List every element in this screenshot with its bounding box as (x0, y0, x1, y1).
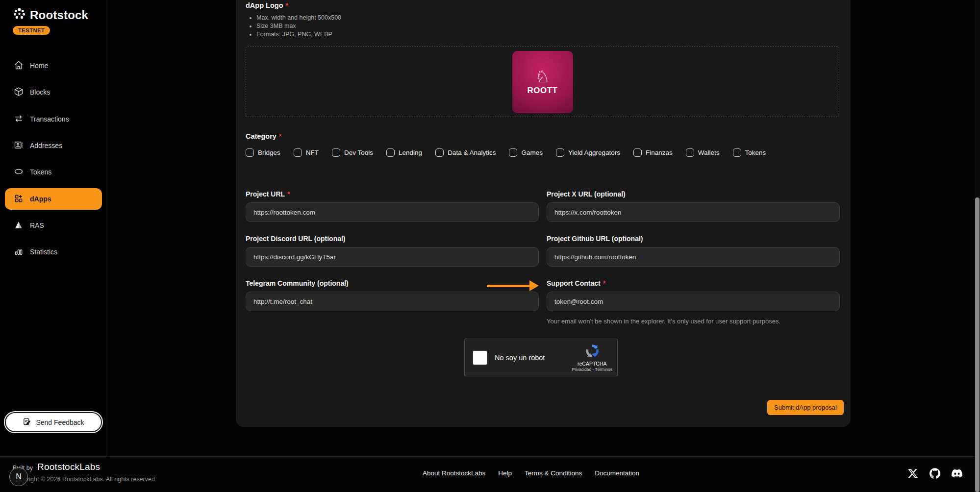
checkbox-icon (686, 148, 694, 157)
logo-requirement: Max. width and height 500x500 (256, 14, 840, 22)
support-contact-note: Your email won't be shown in the explore… (547, 318, 840, 325)
submit-dapp-proposal-button[interactable]: Submit dApp proposal (767, 400, 844, 415)
checkbox-icon (294, 148, 302, 157)
captcha-label: No soy un robot (495, 354, 545, 362)
dapps-grid-plus-icon (14, 194, 24, 205)
rootstock-logo-icon (13, 7, 26, 23)
url-fields-grid: Project URL* Project X URL (optional) Pr… (246, 190, 840, 325)
logo-requirements: Max. width and height 500x500 Size 3MB m… (256, 14, 840, 39)
checkbox-icon (435, 148, 444, 157)
brand-name: Rootstock (30, 8, 88, 22)
category-checkbox-yield-aggregators[interactable]: Yield Aggregators (556, 148, 620, 157)
bar-chart-icon (14, 246, 24, 258)
category-checkbox-dev-tools[interactable]: Dev Tools (332, 148, 373, 157)
coin-icon (14, 167, 24, 178)
dapp-logo-label: dApp Logo* (246, 1, 840, 9)
github-icon[interactable] (929, 467, 941, 479)
testnet-badge: TESTNET (13, 26, 50, 35)
sidebar-item-dapps[interactable]: dApps (5, 188, 102, 210)
mountain-icon (14, 220, 24, 231)
annotation-arrow-icon (487, 280, 539, 291)
field-project-github-url: Project Github URL (optional) (547, 235, 840, 267)
x-twitter-icon[interactable] (907, 467, 919, 479)
category-label: Category* (246, 132, 840, 140)
project-url-input[interactable] (246, 202, 539, 222)
discord-icon[interactable] (951, 467, 963, 479)
checkbox-icon (246, 148, 254, 157)
sidebar-item-statistics[interactable]: Statistics (5, 241, 102, 263)
logo-requirement: Formats: JPG, PNG, WEBP (256, 30, 840, 39)
field-project-discord-url: Project Discord URL (optional) (246, 235, 539, 267)
dapp-proposal-form-panel: dApp Logo* Max. width and height 500x500… (236, 0, 851, 427)
main-region: Rootstock TESTNET Home Blocks Transactio… (0, 0, 980, 456)
sidebar: Rootstock TESTNET Home Blocks Transactio… (0, 0, 106, 456)
category-checkbox-nft[interactable]: NFT (294, 148, 319, 157)
send-feedback-button[interactable]: Send Feedback (5, 412, 102, 432)
category-checkbox-wallets[interactable]: Wallets (686, 148, 720, 157)
checkbox-icon (733, 148, 741, 157)
recaptcha-brand: reCAPTCHA Privacidad - Términos (572, 344, 612, 372)
checkbox-icon (633, 148, 642, 157)
category-checkbox-data-analytics[interactable]: Data & Analytics (435, 148, 496, 157)
logo-requirement: Size 3MB max (256, 22, 840, 30)
telegram-community-input[interactable] (246, 292, 539, 311)
footer-link-terms[interactable]: Terms & Conditions (525, 469, 582, 477)
category-checkbox-finanzas[interactable]: Finanzas (633, 148, 673, 157)
brand[interactable]: Rootstock TESTNET (13, 7, 88, 35)
project-github-url-input[interactable] (547, 247, 840, 267)
support-contact-input[interactable] (547, 292, 840, 311)
category-checkbox-lending[interactable]: Lending (386, 148, 422, 157)
footer-links: About RootstockLabs Help Terms & Conditi… (423, 469, 639, 477)
recaptcha-widget: No soy un robot reCAPTCHA Privacidad - T… (464, 339, 618, 376)
category-checkbox-bridges[interactable]: Bridges (246, 148, 280, 157)
cursor-avatar-badge: N (9, 467, 28, 486)
dapp-logo-preview-text: ROOTT (528, 86, 558, 96)
recaptcha-logo-icon (585, 344, 600, 360)
scrollbar-thumb[interactable] (975, 197, 980, 492)
footer-brand[interactable]: RootstockLabs (37, 462, 100, 472)
sidebar-item-ras[interactable]: RAS (5, 215, 102, 236)
footer: Built by RootstockLabs Copyright © 2026 … (0, 456, 980, 492)
footer-link-documentation[interactable]: Documentation (595, 469, 639, 477)
logo-upload-dropzone[interactable]: ♘ ROOTT (246, 47, 839, 117)
checkbox-icon (332, 148, 340, 157)
home-icon (14, 60, 24, 72)
field-support-contact: Support Contact* Your email won't be sho… (547, 279, 840, 325)
sidebar-item-tokens[interactable]: Tokens (5, 161, 102, 183)
project-discord-url-input[interactable] (246, 247, 539, 267)
category-checkbox-games[interactable]: Games (509, 148, 543, 157)
checkbox-icon (386, 148, 395, 157)
feedback-note-icon (23, 418, 31, 427)
cube-icon (14, 87, 24, 98)
sidebar-item-addresses[interactable]: Addresses (5, 135, 102, 156)
knight-icon: ♘ (535, 68, 550, 85)
footer-link-help[interactable]: Help (498, 469, 512, 477)
page-scrollbar (975, 0, 980, 492)
captcha-privacy-terms-links[interactable]: Privacidad - Términos (572, 367, 612, 372)
transfer-arrows-icon (14, 114, 24, 125)
contact-card-icon (14, 140, 24, 151)
footer-link-about[interactable]: About RootstockLabs (423, 469, 485, 477)
project-x-url-input[interactable] (547, 202, 840, 222)
copyright-text: Copyright © 2026 RootstockLabs. All righ… (13, 476, 156, 483)
checkbox-icon (509, 148, 517, 157)
dapp-logo-preview: ♘ ROOTT (512, 51, 573, 113)
category-options: Bridges NFT Dev Tools Lending Data & Ana… (246, 148, 840, 157)
captcha-checkbox[interactable] (473, 351, 487, 365)
footer-social (907, 467, 963, 479)
sidebar-item-blocks[interactable]: Blocks (5, 81, 102, 103)
field-project-url: Project URL* (246, 190, 539, 222)
sidebar-item-home[interactable]: Home (5, 55, 102, 76)
sidebar-item-transactions[interactable]: Transactions (5, 108, 102, 130)
field-project-x-url: Project X URL (optional) (547, 190, 840, 222)
checkbox-icon (556, 148, 564, 157)
category-checkbox-tokens[interactable]: Tokens (733, 148, 766, 157)
